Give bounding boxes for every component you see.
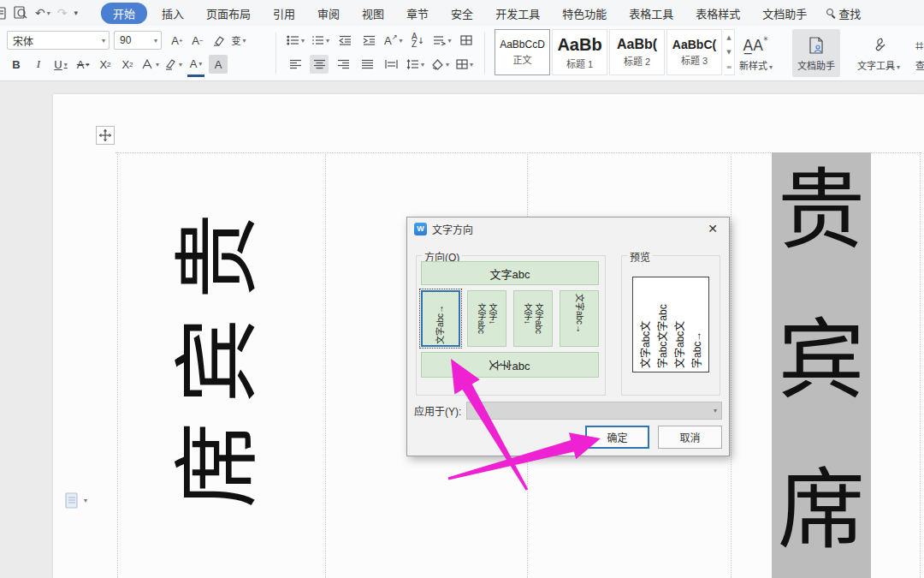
clipped-button[interactable]: ⌗ 查 [910, 29, 924, 77]
line-spacing-button[interactable]: ▾ [406, 55, 425, 74]
preview-column: 字abc文字abc [657, 259, 669, 368]
bullets-button[interactable]: ▾ [286, 31, 305, 50]
italic-button[interactable]: I [29, 55, 48, 74]
direction-option-vertical-rtl[interactable]: 文字↓文字abc [467, 290, 506, 347]
font-size-select[interactable]: 90▾ [114, 31, 162, 50]
doc-char-rotated[interactable]: 宾 [171, 313, 267, 408]
doc-char-vertical[interactable]: 贵 [773, 161, 869, 262]
apply-to-label: 应用于(Y): [414, 403, 461, 418]
tab-references[interactable]: 引用 [262, 2, 306, 25]
paragraph-layout-button[interactable]: ▾ [432, 31, 452, 50]
align-right-button[interactable] [334, 55, 352, 74]
char-shading-button[interactable]: A [209, 55, 228, 74]
direction-option-vertical-ltr[interactable]: 文字↓文字abc [513, 290, 553, 347]
sort-button[interactable]: AZ↓ [408, 31, 427, 50]
highlight-button[interactable]: ▾ [163, 55, 183, 74]
direction-option-rotate-left[interactable]: 文字abc→ [421, 290, 460, 347]
text-effects-button[interactable]: ▾ [140, 55, 160, 74]
direction-option-rotated-chars[interactable]: 文字abc [421, 352, 599, 378]
search-tab[interactable]: 查找 [818, 2, 869, 25]
preview-column: 文字abc文 [674, 283, 686, 368]
justify-button[interactable] [358, 55, 376, 74]
increase-indent-button[interactable] [359, 31, 378, 50]
decrease-indent-button[interactable] [335, 31, 354, 50]
tab-section[interactable]: 章节 [395, 2, 440, 25]
dialog-titlebar[interactable]: W 文字方向 ✕ [407, 217, 729, 240]
tab-table-style[interactable]: 表格样式 [684, 2, 751, 25]
doc-char-rotated[interactable]: 贵 [171, 208, 267, 304]
style-heading1[interactable]: AaBb 标题 1 [552, 29, 607, 75]
pinyin-guide-button[interactable]: 变▾ [229, 31, 248, 50]
font-name-select[interactable]: 宋体▾ [7, 31, 110, 50]
preview-column: 文字abc文 [640, 283, 652, 368]
style-sample: AaBb( [617, 37, 657, 52]
style-sample: AaBbC( [672, 38, 716, 51]
new-style-button[interactable]: A̲A✳ 新样式▾ [734, 29, 778, 77]
apply-to-select[interactable]: ▾ [466, 402, 722, 420]
style-more-icon[interactable]: ≡ [726, 63, 732, 71]
wps-writer-window: ↶▾ ↷ ▾ 开始 插入 页面布局 引用 审阅 视图 章节 安全 开发工具 特色… [0, 0, 924, 578]
style-heading2[interactable]: AaBb( 标题 2 [609, 29, 665, 75]
redo-button[interactable]: ↷ [57, 3, 68, 22]
page-options-button[interactable]: ▾ [65, 492, 87, 509]
doc-assistant-button[interactable]: 文档助手 [792, 29, 840, 77]
cancel-button[interactable]: 取消 [658, 426, 722, 449]
apply-to-row: 应用于(Y): ▾ [414, 401, 722, 420]
customize-toolbar-icon[interactable]: ▾ [74, 3, 78, 22]
table-column-border [920, 152, 921, 578]
doc-char-rotated[interactable]: 席 [171, 417, 267, 513]
numbering-button[interactable]: ▾ [311, 31, 330, 50]
option-text: 文字abc→ [573, 294, 585, 345]
tab-review[interactable]: 审阅 [306, 2, 351, 25]
text-tool-button[interactable]: 文字工具▾ [852, 29, 905, 77]
tab-security[interactable]: 安全 [440, 2, 484, 25]
undo-button[interactable]: ↶▾ [35, 3, 50, 22]
align-left-button[interactable] [286, 55, 305, 74]
font-color-button[interactable]: A▾ [187, 55, 205, 74]
tab-doc-assistant[interactable]: 文档助手 [751, 2, 818, 25]
tab-page-layout[interactable]: 页面布局 [195, 2, 262, 25]
style-label: 标题 1 [566, 57, 593, 70]
style-normal[interactable]: AaBbCcD 正文 [495, 29, 550, 75]
align-center-button[interactable] [310, 55, 329, 74]
option-text: 文字↓文字abc [522, 303, 544, 334]
tab-insert[interactable]: 插入 [151, 2, 195, 25]
style-label: 标题 2 [624, 54, 650, 68]
clipped-button-label: 查 [915, 58, 924, 72]
strikethrough-button[interactable]: A▾ [74, 55, 92, 74]
text-direction-button[interactable]: A↗▾ [383, 31, 403, 50]
tab-table-tools[interactable]: 表格工具 [618, 2, 684, 25]
doc-char-vertical[interactable]: 宾 [773, 311, 869, 412]
file-icon[interactable] [0, 3, 7, 22]
manuscript-grid-button[interactable] [457, 31, 476, 50]
borders-button[interactable]: ▾ [455, 55, 474, 74]
style-scroll-down-icon[interactable]: ▼ [726, 49, 731, 56]
increase-font-button[interactable]: A+ [168, 31, 187, 50]
apply-to-caret-icon: ▾ [714, 407, 717, 414]
clear-format-button[interactable] [209, 31, 228, 50]
distribute-button[interactable] [382, 55, 400, 74]
tab-view[interactable]: 视图 [351, 2, 395, 25]
table-move-handle[interactable] [96, 126, 115, 145]
direction-option-horizontal[interactable]: 文字abc [421, 261, 599, 285]
style-heading3[interactable]: AaBbC( 标题 3 [666, 29, 722, 75]
superscript-button[interactable]: X2 [96, 55, 115, 74]
close-icon[interactable]: ✕ [703, 222, 722, 235]
style-scroll-up-icon[interactable]: ▲ [726, 34, 731, 41]
decrease-font-button[interactable]: A− [188, 31, 207, 50]
tab-dev-tools[interactable]: 开发工具 [484, 2, 551, 25]
underline-button[interactable]: U▾ [51, 55, 70, 74]
subscript-button[interactable]: X2 [118, 55, 137, 74]
undo-caret-icon[interactable]: ▾ [47, 9, 50, 17]
shading-button[interactable]: ▾ [430, 55, 450, 74]
direction-option-rotate-right[interactable]: 文字abc→ [560, 290, 599, 347]
ok-button[interactable]: 确定 [585, 426, 649, 449]
tab-special-features[interactable]: 特色功能 [551, 2, 618, 25]
menu-bar: ↶▾ ↷ ▾ 开始 插入 页面布局 引用 审阅 视图 章节 安全 开发工具 特色… [0, 0, 924, 26]
print-preview-icon[interactable] [14, 3, 28, 22]
cancel-label: 取消 [679, 430, 700, 444]
doc-char-vertical[interactable]: 席 [773, 461, 869, 562]
tab-home[interactable]: 开始 [101, 3, 147, 24]
bold-button[interactable]: B [7, 55, 26, 74]
doc-assistant-icon [808, 35, 824, 56]
